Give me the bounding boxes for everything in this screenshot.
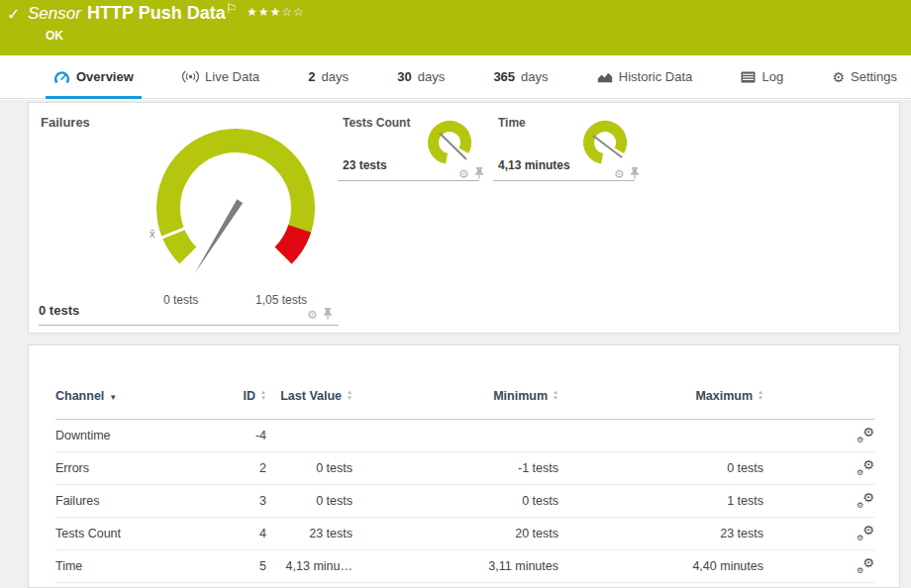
sort-desc-icon xyxy=(109,389,117,403)
col-id[interactable]: ID xyxy=(209,373,266,420)
cell-minimum xyxy=(353,420,558,452)
cell-channel[interactable]: Downtime xyxy=(55,420,209,452)
tab-overview[interactable]: Overview xyxy=(46,55,142,98)
cell-minimum: 20 tests xyxy=(353,518,558,550)
tab-settings[interactable]: Settings xyxy=(824,55,905,98)
table-row[interactable]: Time 5 4,13 minu… 3,11 minutes 4,40 minu… xyxy=(55,550,874,583)
widget-pin-icon[interactable] xyxy=(323,308,333,320)
tab-label: Live Data xyxy=(205,69,259,84)
table-row[interactable]: Errors 2 0 tests -1 tests 0 tests xyxy=(55,452,874,485)
cell-maximum: 4,40 minutes xyxy=(558,550,763,583)
tab-30-days[interactable]: 30 days xyxy=(389,55,453,98)
sensor-kind-label: Sensor xyxy=(28,4,81,24)
widget-gear-icon[interactable] xyxy=(307,305,318,323)
widget-divider xyxy=(338,180,479,181)
tests-count-value: 23 tests xyxy=(343,158,387,172)
col-last-value[interactable]: Last Value xyxy=(266,373,353,420)
table-row[interactable]: Tests Count 4 23 tests 20 tests 23 tests xyxy=(55,518,874,550)
tab-label: Log xyxy=(761,69,783,84)
gauge-needle xyxy=(195,199,244,273)
cell-channel[interactable]: Failures xyxy=(55,485,209,518)
cell-last-value xyxy=(266,420,353,452)
sort-icon xyxy=(260,390,266,401)
table-header-row: Channel ID Last Value Minimum Maximum xyxy=(55,373,874,420)
status-check-icon xyxy=(7,5,20,24)
tab-label: days xyxy=(521,69,548,84)
col-maximum[interactable]: Maximum xyxy=(558,373,763,420)
sort-icon xyxy=(758,390,763,401)
star-icon[interactable] xyxy=(258,5,270,19)
cell-minimum: 0 tests xyxy=(353,485,558,518)
failures-widget-title: Failures xyxy=(41,115,90,130)
sensor-status-badge: OK xyxy=(46,29,63,43)
tab-label: days xyxy=(321,69,348,84)
cell-maximum: 23 tests xyxy=(558,518,763,550)
gauge-icon xyxy=(53,70,70,84)
channel-settings-icon[interactable] xyxy=(857,492,874,508)
cell-last-value: 0 tests xyxy=(266,452,353,485)
tab-2-days[interactable]: 2 days xyxy=(300,55,356,98)
tab-live-data[interactable]: Live Data xyxy=(174,55,267,98)
failures-gauge xyxy=(147,117,364,295)
time-widget-title: Time xyxy=(498,116,526,130)
tests-count-widget-title: Tests Count xyxy=(343,116,410,130)
tab-log[interactable]: Log xyxy=(733,55,791,98)
star-icon[interactable] xyxy=(247,5,258,19)
widget-divider xyxy=(39,325,339,326)
gauge-scale-max-label: 1,05 tests xyxy=(255,293,307,307)
sensor-header: Sensor HTTP Push Data OK xyxy=(0,0,911,55)
cell-maximum: 1 tests xyxy=(558,485,763,518)
table-row[interactable]: Failures 3 0 tests 0 tests 1 tests xyxy=(55,485,874,518)
cell-channel[interactable]: Tests Count xyxy=(55,518,209,550)
failures-current-value: 0 tests xyxy=(39,303,79,318)
priority-flag-icon[interactable] xyxy=(226,1,238,16)
cell-id: 5 xyxy=(209,550,266,583)
table-row[interactable]: Downtime -4 xyxy=(55,420,874,452)
log-icon xyxy=(741,71,756,83)
tab-number: 2 xyxy=(308,69,315,84)
area-chart-icon xyxy=(597,71,613,83)
cell-last-value: 4,13 minu… xyxy=(266,550,353,583)
cell-id: 3 xyxy=(209,485,266,518)
channel-table-panel: Channel ID Last Value Minimum Maximum Do… xyxy=(28,344,900,588)
star-icon[interactable] xyxy=(281,5,293,19)
tab-label: days xyxy=(418,69,445,84)
cell-maximum xyxy=(558,420,763,452)
tab-number: 30 xyxy=(397,69,411,84)
channel-table: Channel ID Last Value Minimum Maximum Do… xyxy=(55,373,874,583)
cell-id: -4 xyxy=(209,420,266,452)
channel-settings-icon[interactable] xyxy=(857,557,874,573)
overview-gauges-panel: Failures x̄ 0 tests 1,05 tests 0 tests T… xyxy=(28,102,900,334)
widget-pin-icon[interactable] xyxy=(630,167,640,179)
channel-settings-icon[interactable] xyxy=(857,427,874,442)
channel-settings-icon[interactable] xyxy=(857,525,874,540)
tab-bar: Overview Live Data 2 days 30 days 365 da… xyxy=(0,55,911,99)
cell-last-value: 23 tests xyxy=(266,518,353,550)
col-channel[interactable]: Channel xyxy=(55,373,209,420)
cell-channel[interactable]: Errors xyxy=(55,452,209,485)
cell-minimum: 3,11 minutes xyxy=(353,550,558,583)
gear-icon xyxy=(832,69,845,85)
tab-365-days[interactable]: 365 days xyxy=(485,55,556,98)
cell-id: 2 xyxy=(209,452,266,485)
channel-settings-icon[interactable] xyxy=(857,459,874,475)
cell-last-value: 0 tests xyxy=(266,485,353,518)
time-value: 4,13 minutes xyxy=(498,158,570,172)
gauge-scale-min-label: 0 tests xyxy=(163,293,198,307)
priority-star-rating[interactable] xyxy=(247,5,305,19)
widget-pin-icon[interactable] xyxy=(474,167,484,179)
sort-icon xyxy=(553,390,558,401)
sort-icon xyxy=(347,390,353,401)
tab-label: Historic Data xyxy=(619,69,692,84)
col-minimum[interactable]: Minimum xyxy=(353,373,558,420)
tab-number: 365 xyxy=(493,69,515,84)
star-icon[interactable] xyxy=(270,5,282,19)
cell-minimum: -1 tests xyxy=(353,452,558,485)
broadcast-icon xyxy=(182,70,199,83)
col-actions xyxy=(763,373,874,420)
tab-historic-data[interactable]: Historic Data xyxy=(589,55,700,98)
cell-maximum: 0 tests xyxy=(558,452,763,485)
gauge-avg-marker: x̄ xyxy=(150,228,155,240)
cell-channel[interactable]: Time xyxy=(55,550,209,583)
star-icon[interactable] xyxy=(293,5,305,19)
